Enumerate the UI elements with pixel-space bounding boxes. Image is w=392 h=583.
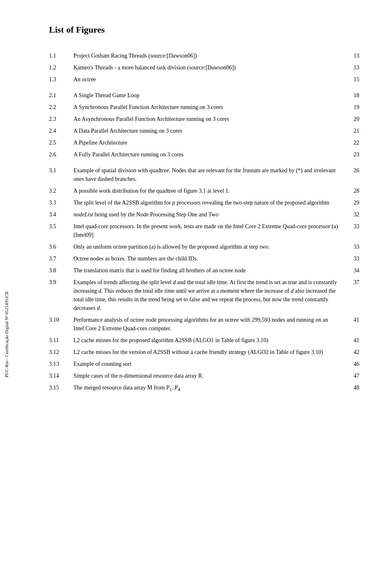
figure-page: 41	[347, 336, 359, 345]
figure-page: 34	[347, 266, 359, 275]
figure-page: 26	[347, 166, 359, 175]
figure-description: The merged resource data array M from P1…	[74, 383, 347, 393]
figure-description: The split level of the A2SSB algorithm f…	[74, 198, 347, 207]
figure-description: Kameo's Threads - a more balanced task d…	[74, 63, 347, 72]
figure-page: 21	[347, 127, 359, 135]
figure-page: 32	[347, 210, 359, 219]
figure-description: A Fully Parallel Architecture running on…	[74, 150, 347, 159]
figure-description: nodeList being used by the Node Processi…	[74, 210, 347, 219]
figure-number: 3.1	[49, 166, 74, 175]
figure-page: 33	[347, 243, 359, 251]
figure-description: A Synchronous Parallel Function Architec…	[74, 103, 347, 111]
list-item: 3.3 The split level of the A2SSB algorit…	[49, 198, 359, 207]
figure-number: 3.15	[49, 383, 74, 392]
page-container: PUC-Rio - Certificação Digital Nº 052149…	[0, 0, 392, 583]
figure-page: 33	[347, 222, 359, 231]
list-item: 3.6 Only an uniform octree partition (a)…	[49, 243, 359, 251]
figure-description: A Data Parallel Architecture running on …	[74, 127, 347, 135]
figure-page: 41	[347, 316, 359, 324]
figure-number: 2.5	[49, 138, 74, 147]
figure-description: Simple cases of the n-dimensional resour…	[74, 372, 347, 380]
figure-description: Example of spatial division with quadtre…	[74, 166, 347, 183]
figure-number: 3.9	[49, 278, 74, 287]
figure-number: 3.7	[49, 254, 74, 263]
list-item: 3.15 The merged resource data array M fr…	[49, 383, 359, 393]
list-item: 2.1 A Single Thread Game Loop 18	[49, 91, 359, 100]
figure-description: L2 cache misses for the version of A2SSB…	[74, 348, 347, 356]
list-item: 3.9 Examples of trends affecting the spl…	[49, 278, 359, 312]
list-item: 3.10 Performance analysis of octree node…	[49, 316, 359, 333]
figure-number: 1.1	[49, 51, 74, 60]
list-item: 3.2 A possible work distribution for the…	[49, 187, 359, 195]
list-item: 3.13 Example of counting sort 46	[49, 360, 359, 368]
figure-page: 19	[347, 103, 359, 111]
figure-number: 3.14	[49, 372, 74, 380]
figure-number: 3.4	[49, 210, 74, 219]
figure-description: Example of counting sort	[74, 360, 347, 368]
figure-page: 37	[347, 278, 359, 287]
list-item: 3.4 nodeList being used by the Node Proc…	[49, 210, 359, 219]
figure-page: 23	[347, 150, 359, 159]
list-item: 3.11 L2 cache misses for the proposed al…	[49, 336, 359, 345]
figure-page: 42	[347, 348, 359, 356]
list-item: 3.8 The translation matrix that is used …	[49, 266, 359, 275]
figure-description: An Asynchronous Parallel Function Archit…	[74, 115, 347, 123]
figure-description: The translation matrix that is used for …	[74, 266, 347, 275]
page-title: List of Figures	[49, 24, 359, 35]
list-item: 2.3 An Asynchronous Parallel Function Ar…	[49, 115, 359, 123]
figure-description: A Pipeline Architecture	[74, 138, 347, 147]
figure-number: 3.3	[49, 198, 74, 207]
figure-description: A Single Thread Game Loop	[74, 91, 347, 100]
figure-number: 3.11	[49, 336, 74, 345]
figure-description: Project Gotham Racing Threads (source:[D…	[74, 51, 347, 60]
figure-description: An octree	[74, 75, 347, 84]
list-item: 1.1 Project Gotham Racing Threads (sourc…	[49, 51, 359, 60]
figure-page: 22	[347, 138, 359, 147]
figure-number: 3.10	[49, 316, 74, 324]
figure-number: 1.2	[49, 63, 74, 72]
list-item: 3.14 Simple cases of the n-dimensional r…	[49, 372, 359, 380]
figure-page: 29	[347, 198, 359, 207]
figure-number: 2.4	[49, 127, 74, 135]
figure-description: Octree nodes as boxes. The numbers are t…	[74, 254, 347, 263]
figure-number: 3.6	[49, 243, 74, 251]
list-item: 1.3 An octree 15	[49, 75, 359, 84]
figure-description: Performance analysis of octree node proc…	[74, 316, 347, 333]
figure-number: 2.6	[49, 150, 74, 159]
list-item: 2.2 A Synchronous Parallel Function Arch…	[49, 103, 359, 111]
figure-page: 15	[347, 75, 359, 84]
list-item: 3.7 Octree nodes as boxes. The numbers a…	[49, 254, 359, 263]
figure-description: A possible work distribution for the qua…	[74, 187, 347, 195]
figure-number: 1.3	[49, 75, 74, 84]
figure-page: 47	[347, 372, 359, 380]
list-item: 3.1 Example of spatial division with qua…	[49, 166, 359, 183]
list-item: 3.12 L2 cache misses for the version of …	[49, 348, 359, 356]
figure-description: Only an uniform octree partition (a) is …	[74, 243, 347, 251]
figure-number: 3.8	[49, 266, 74, 275]
figures-list: 1.1 Project Gotham Racing Threads (sourc…	[49, 51, 359, 393]
figure-page: 18	[347, 91, 359, 100]
figure-number: 3.12	[49, 348, 74, 356]
figure-page: 13	[347, 51, 359, 60]
figure-page: 28	[347, 187, 359, 195]
figure-page: 48	[347, 383, 359, 392]
list-item: 3.5 Intel quad-core processors. In the p…	[49, 222, 359, 239]
figure-page: 33	[347, 254, 359, 263]
figure-number: 2.2	[49, 103, 74, 111]
figure-page: 20	[347, 115, 359, 123]
list-item: 2.6 A Fully Parallel Architecture runnin…	[49, 150, 359, 159]
figure-page: 13	[347, 63, 359, 72]
list-item: 2.5 A Pipeline Architecture 22	[49, 138, 359, 147]
figure-description: Examples of trends affecting the split l…	[74, 278, 347, 312]
figure-description: Intel quad-core processors. In the prese…	[74, 222, 347, 239]
figure-page: 46	[347, 360, 359, 368]
figure-number: 3.5	[49, 222, 74, 231]
figure-description: L2 cache misses for the proposed algorit…	[74, 336, 347, 345]
list-item: 2.4 A Data Parallel Architecture running…	[49, 127, 359, 135]
figure-number: 3.2	[49, 187, 74, 195]
figure-number: 3.13	[49, 360, 74, 368]
list-item: 1.2 Kameo's Threads - a more balanced ta…	[49, 63, 359, 72]
figure-number: 2.3	[49, 115, 74, 123]
sidebar-label: PUC-Rio - Certificação Digital Nº 052149…	[4, 292, 9, 377]
figure-number: 2.1	[49, 91, 74, 100]
